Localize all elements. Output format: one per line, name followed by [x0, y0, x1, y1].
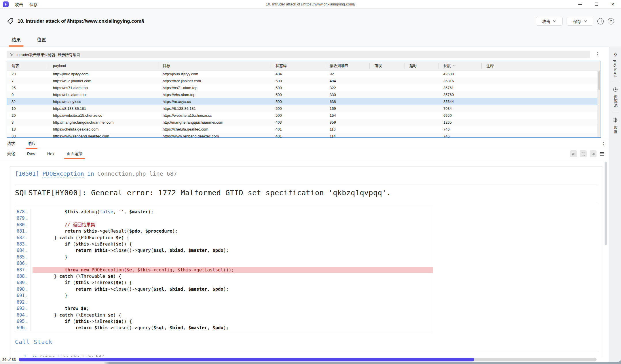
- app-logo-icon: [3, 1, 9, 7]
- table-row[interactable]: 33https://www.renbang.geaktec.comhttps:/…: [7, 133, 601, 138]
- table-row[interactable]: 9https://ehs.aiam.tophttps://ehs.aiam.to…: [7, 91, 601, 98]
- eye-off-button[interactable]: [570, 150, 577, 157]
- sidebar-item-settings[interactable]: 设置: [610, 112, 621, 138]
- section-sign-icon: §: [614, 52, 617, 58]
- line-number: 693.: [15, 305, 31, 312]
- table-cell: 859: [325, 120, 370, 124]
- table-cell: 9: [7, 93, 48, 97]
- table-cell: 746: [439, 127, 482, 131]
- column-header[interactable]: 长度: [439, 63, 482, 69]
- table-row[interactable]: 7https://b2c.jihainet.comhttps://b2c.jih…: [7, 77, 601, 84]
- table-cell: https://b2c.jihainet.com: [158, 79, 271, 83]
- viewer-tabs: 请求 响应 ⋮: [0, 139, 609, 149]
- code-line: 682. } catch (\PDOException $e) {: [15, 235, 433, 241]
- table-cell: https://ns71.aiam.top: [158, 86, 271, 90]
- tab-positions[interactable]: 位置: [34, 34, 49, 47]
- question-icon: ?: [610, 19, 612, 23]
- pause-button[interactable]: [597, 18, 604, 24]
- table-cell: 500: [271, 113, 325, 118]
- lightning-icon: [4, 2, 8, 6]
- table-cell: https://m.aqyx.cc: [48, 99, 158, 104]
- tab-response[interactable]: 响应: [26, 139, 37, 149]
- table-cell: 116: [325, 127, 370, 131]
- column-header[interactable]: 超时: [405, 63, 439, 69]
- chevron-down-icon: [584, 20, 587, 22]
- column-header[interactable]: 注释: [482, 63, 601, 69]
- maximize-button[interactable]: [588, 0, 605, 8]
- table-cell: https://www.renbang.geaktec.com: [158, 134, 271, 138]
- filter-more-button[interactable]: ⋮: [595, 52, 600, 57]
- newline-button[interactable]: \n: [590, 150, 597, 157]
- word-wrap-button[interactable]: [580, 150, 587, 157]
- call-stack-item: 1. in Connection.php line 687: [24, 354, 597, 357]
- table-row[interactable]: 18https://chelufa.geaktec.comhttps://che…: [7, 126, 601, 133]
- column-header[interactable]: payload: [48, 63, 158, 69]
- column-header[interactable]: 状态码: [271, 63, 325, 69]
- viewer-menu-button[interactable]: [599, 151, 605, 157]
- table-cell: https://www.renbang.geaktec.com: [48, 134, 158, 138]
- render-scrollbar-thumb[interactable]: [605, 162, 607, 245]
- table-row[interactable]: 23http://jihuo.lfjstyy.comhttp://jihuo.l…: [7, 70, 601, 77]
- minimize-button[interactable]: [572, 0, 588, 8]
- table-cell: 154: [325, 113, 370, 118]
- code-line: 683. if ($this->isBreak($e)) {: [15, 241, 433, 247]
- table-cell: 159: [325, 106, 370, 111]
- main-tabs: 结果 位置: [9, 34, 49, 47]
- stack-in-word: in: [32, 354, 37, 357]
- table-row[interactable]: 10https://8.138.86.181https://8.138.86.1…: [7, 105, 601, 112]
- table-row[interactable]: 20https://website.a15.chenze.cchttps://w…: [7, 112, 601, 119]
- code-line: 693. throw $e;: [15, 305, 433, 312]
- viewer-more-button[interactable]: ⋮: [601, 142, 606, 147]
- close-button[interactable]: ✕: [605, 0, 621, 8]
- table-cell: 35816: [439, 79, 482, 83]
- menu-attack[interactable]: 攻击: [15, 1, 23, 7]
- attack-dropdown-button[interactable]: 攻击: [536, 17, 563, 26]
- save-dropdown-button[interactable]: 保存: [567, 17, 593, 26]
- sort-caret-icon: [453, 65, 455, 67]
- table-row[interactable]: 25https://ns71.aiam.tophttps://ns71.aiam…: [7, 84, 601, 91]
- right-sidebar: § payload 资源池 设置: [609, 47, 621, 362]
- table-cell: https://website.a15.chenze.cc: [158, 113, 271, 118]
- header-actions: 攻击 保存 ?: [536, 17, 614, 26]
- mode-beautify[interactable]: 美化: [5, 149, 17, 159]
- code-line: 678. $this->debug(false, '', $master);: [15, 209, 433, 215]
- column-header[interactable]: 目标: [158, 63, 271, 69]
- menu-save[interactable]: 保存: [29, 1, 37, 7]
- table-scrollbar[interactable]: [597, 71, 601, 137]
- code-text: return $this->close()->query($sql, $bind…: [33, 325, 433, 331]
- mode-render[interactable]: 页面渲染: [64, 149, 85, 159]
- line-number: 684.: [15, 247, 31, 254]
- table-row[interactable]: 32https://m.aqyx.cchttps://m.aqyx.cc5006…: [7, 98, 601, 105]
- mode-raw[interactable]: Raw: [25, 150, 37, 159]
- results-table-body: 23http://jihuo.lfjstyy.comhttp://jihuo.l…: [7, 70, 601, 138]
- table-row[interactable]: 3http://manghe.fangqiuchuanmei.comhttp:/…: [7, 119, 601, 126]
- table-cell: 322: [325, 86, 370, 90]
- code-text: if ($this->isBreak($e)) {: [33, 241, 433, 247]
- mode-hex[interactable]: Hex: [45, 150, 57, 159]
- table-cell: 92: [325, 72, 370, 76]
- column-header[interactable]: 错误: [370, 63, 405, 69]
- code-line: 686.: [15, 260, 433, 267]
- line-number: 690.: [15, 286, 31, 292]
- table-scrollbar-thumb[interactable]: [598, 71, 600, 90]
- table-cell: 35761: [439, 86, 482, 90]
- line-number: 683.: [15, 241, 31, 247]
- exception-location: Connection.php line 687: [97, 170, 177, 177]
- column-header[interactable]: 请求: [7, 63, 48, 69]
- tab-request[interactable]: 请求: [5, 139, 17, 149]
- filter-bar[interactable]: Intruder攻击结果过滤器: 显示所有条目: [7, 51, 590, 58]
- help-button[interactable]: ?: [608, 18, 614, 24]
- sidebar-item-resource-pool[interactable]: 资源池: [610, 82, 621, 112]
- table-cell: 500: [271, 93, 325, 97]
- pause-icon: [600, 20, 600, 22]
- sidebar-item-payload[interactable]: § payload: [610, 47, 621, 82]
- exception-class[interactable]: PDOException: [42, 170, 84, 177]
- code-line: 689. if ($this->isBreak($e)) {: [15, 279, 433, 286]
- code-text: return $this->getResult($pdo, $procedure…: [33, 228, 433, 234]
- window-controls: ✕: [572, 0, 621, 8]
- column-header[interactable]: 接收到响应: [325, 63, 370, 69]
- code-text: $this->debug(false, '', $master);: [33, 209, 433, 215]
- tab-results[interactable]: 结果: [9, 34, 24, 47]
- table-cell: 403: [271, 120, 325, 124]
- table-cell: https://8.138.86.181: [48, 106, 158, 111]
